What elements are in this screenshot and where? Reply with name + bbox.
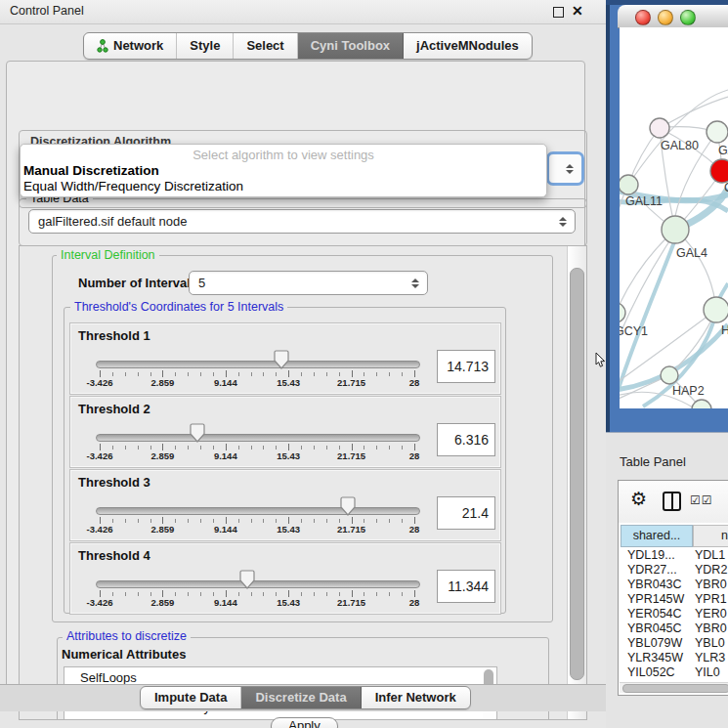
slider-track[interactable] xyxy=(96,507,420,515)
popup-option-manual-discretization[interactable]: Manual Discretization xyxy=(23,163,159,178)
tab-label: Network xyxy=(113,34,163,58)
tab-label: Discretize Data xyxy=(255,688,346,707)
slider-major-tick xyxy=(352,517,353,524)
cell-shared-name: YLR345W xyxy=(627,651,683,664)
close-traffic-light-icon[interactable] xyxy=(635,10,651,25)
edge xyxy=(620,241,669,364)
tab-label: Cyni Toolbox xyxy=(311,34,390,58)
node-label-c: C xyxy=(724,181,728,194)
slider-minor-ticks xyxy=(100,592,415,596)
gal80-node[interactable] xyxy=(650,118,669,138)
cell-shared-name: YER054C xyxy=(627,607,682,621)
threshold-label: Threshold 4 xyxy=(78,548,150,563)
attribute-item-selfloops[interactable]: SelfLoops xyxy=(64,670,496,685)
slider-tick-label: 28 xyxy=(392,597,437,608)
table-horizontal-scrollbar[interactable] xyxy=(620,682,728,693)
slider-major-tick xyxy=(352,444,353,450)
gal4-node[interactable] xyxy=(662,216,689,243)
slider-tick-label: 21.715 xyxy=(329,524,374,535)
tab-label: Style xyxy=(190,34,220,58)
zoom-traffic-light-icon[interactable] xyxy=(680,10,696,25)
threshold-value-field[interactable]: 14.713 xyxy=(437,350,495,383)
table-row[interactable]: YDR27...YDR2 xyxy=(621,563,728,578)
cell-shared-name: YBR045C xyxy=(627,621,682,635)
tab-jactivemnodules[interactable]: jActiveMNodules xyxy=(404,33,532,59)
tab-style[interactable]: Style xyxy=(177,33,234,59)
tab-discretize-data[interactable]: Discretize Data xyxy=(241,687,361,708)
tab-label: Infer Network xyxy=(375,688,456,707)
red-node[interactable] xyxy=(710,159,728,183)
panel-vertical-scrollbar[interactable] xyxy=(567,246,585,719)
tab-infer-network[interactable]: Infer Network xyxy=(362,687,470,708)
slider-major-tick xyxy=(162,370,163,377)
settings-gear-icon[interactable]: ⚙ xyxy=(630,488,647,510)
column-header-name[interactable]: na xyxy=(693,525,728,547)
slider-thumb[interactable] xyxy=(340,496,356,516)
interval-definition-title: Interval Definition xyxy=(57,248,159,262)
split-columns-icon[interactable] xyxy=(663,492,681,511)
table-row[interactable]: YLR345WYLR3 xyxy=(621,651,728,665)
table-data-combobox[interactable]: galFiltered.sif default node xyxy=(28,209,576,234)
cell-shared-name: YDL19... xyxy=(627,548,675,562)
algorithm-combobox-focus-ring[interactable] xyxy=(546,151,584,186)
table-data-selected-value: galFiltered.sif default node xyxy=(38,214,187,229)
float-window-icon[interactable] xyxy=(553,7,564,18)
threshold-value-field[interactable]: 6.316 xyxy=(437,423,495,456)
table-scrollbar-thumb[interactable] xyxy=(622,684,728,693)
table-row[interactable]: YBR043CYBR0 xyxy=(621,578,728,592)
slider-major-tick xyxy=(100,590,101,597)
slider-tick-label: 2.859 xyxy=(140,524,185,535)
slider-tick-label: 15.43 xyxy=(266,597,311,608)
network-canvas[interactable]: GAL80GACGAL11GAL4GCY1HHAP2 xyxy=(620,27,728,408)
table-row[interactable]: YBL079WYBL0 xyxy=(621,636,728,651)
slider-major-tick xyxy=(288,444,289,450)
slider-thumb[interactable] xyxy=(274,350,289,369)
spinner-arrows-icon xyxy=(566,164,574,174)
popup-option-equal-width-frequency[interactable]: Equal Width/Frequency Discretization xyxy=(23,179,243,193)
table-row[interactable]: YDL19...YDL1 xyxy=(621,548,728,563)
panel-scrollbar-thumb[interactable] xyxy=(570,268,584,680)
tab-cyni-toolbox[interactable]: Cyni Toolbox xyxy=(298,33,404,59)
top-tab-bar: NetworkStyleSelectCyni ToolboxjActiveMNo… xyxy=(83,32,533,60)
slider-tick-label: 15.43 xyxy=(266,377,311,388)
threshold-panel-3: Threshold 3-3.4262.8599.14415.4321.71528… xyxy=(69,469,501,541)
table-row[interactable]: YBR045CYBR0 xyxy=(621,621,728,636)
number-of-intervals-combobox[interactable]: 5 xyxy=(189,271,428,295)
column-header-shared-name[interactable]: shared... xyxy=(621,525,693,547)
table-row[interactable]: YIL052CYIL0 xyxy=(621,665,728,680)
tab-impute-data[interactable]: Impute Data xyxy=(141,687,241,708)
threshold-value-field[interactable]: 11.344 xyxy=(437,570,495,603)
h-node[interactable] xyxy=(704,297,728,322)
slider-minor-ticks xyxy=(100,519,415,523)
slider-track[interactable] xyxy=(96,361,420,368)
slider-thumb[interactable] xyxy=(239,570,255,589)
threshold-label: Threshold 3 xyxy=(78,475,150,490)
slider-track[interactable] xyxy=(96,434,420,442)
minimize-traffic-light-icon[interactable] xyxy=(658,10,673,25)
tab-network[interactable]: Network xyxy=(84,33,177,59)
select-columns-checkboxes-icon[interactable]: ☑☑ xyxy=(690,493,713,507)
apply-button[interactable]: Apply xyxy=(271,717,338,728)
thresholds-group: Threshold's Coordinates for 5 Intervals … xyxy=(64,307,506,614)
table-row[interactable]: YPR145WYPR1 xyxy=(621,592,728,607)
spinner-arrows-icon xyxy=(411,278,419,288)
close-icon[interactable]: ✕ xyxy=(572,3,583,19)
table-row[interactable]: YER054CYER0 xyxy=(621,607,728,621)
slider-track[interactable] xyxy=(96,580,420,588)
hap2-node[interactable] xyxy=(661,366,678,384)
topright-node[interactable] xyxy=(707,121,728,143)
edge xyxy=(620,230,675,313)
slider-thumb[interactable] xyxy=(190,423,205,443)
number-of-intervals-label: Number of Intervals xyxy=(78,276,197,290)
gal11-node[interactable] xyxy=(620,175,638,194)
slider-tick-label: -3.426 xyxy=(77,450,122,461)
tab-select[interactable]: Select xyxy=(234,33,297,59)
slider-major-tick xyxy=(288,370,289,377)
gcy1-node[interactable] xyxy=(620,303,625,322)
table-panel-title: Table Panel xyxy=(620,454,686,469)
threshold-value-field[interactable]: 21.4 xyxy=(437,496,495,530)
network-window-titlebar[interactable] xyxy=(618,5,728,28)
cell-shared-name: YBR043C xyxy=(627,578,682,591)
slider-tick-label: -3.426 xyxy=(77,597,122,608)
slider-major-tick xyxy=(414,590,415,597)
